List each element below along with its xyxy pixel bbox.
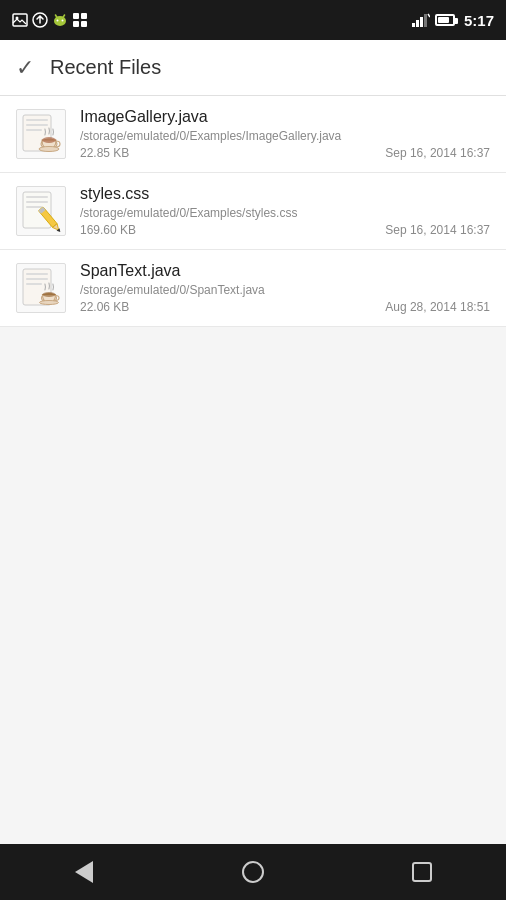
svg-rect-10 (73, 21, 79, 27)
home-icon (242, 861, 264, 883)
svg-rect-8 (73, 13, 79, 19)
svg-rect-13 (416, 20, 419, 27)
svg-point-38 (40, 301, 59, 305)
android-icon (52, 12, 68, 28)
header: ✓ Recent Files (0, 40, 506, 96)
recents-icon (412, 862, 432, 882)
file-path-3: /storage/emulated/0/SpanText.java (80, 283, 490, 297)
svg-rect-14 (420, 17, 423, 27)
status-bar: 5:17 (0, 0, 506, 40)
svg-line-6 (56, 15, 58, 18)
svg-rect-11 (81, 21, 87, 27)
upload-icon (32, 12, 48, 28)
java-file-icon-1 (19, 112, 63, 156)
file-name-1: ImageGallery.java (80, 108, 490, 126)
checkmark-icon[interactable]: ✓ (16, 55, 34, 81)
file-thumbnail-3 (16, 263, 66, 313)
file-size-2: 169.60 KB (80, 223, 136, 237)
file-meta-1: 22.85 KB Sep 16, 2014 16:37 (80, 146, 490, 160)
svg-point-22 (42, 137, 56, 143)
battery-icon (435, 14, 455, 26)
file-meta-3: 22.06 KB Aug 28, 2014 18:51 (80, 300, 490, 314)
image-icon (12, 12, 28, 28)
file-name-3: SpanText.java (80, 262, 490, 280)
svg-point-5 (62, 20, 64, 22)
notification-icons (12, 12, 88, 28)
back-button[interactable] (59, 844, 109, 900)
svg-point-37 (43, 292, 56, 297)
svg-rect-18 (26, 119, 48, 121)
file-item-3[interactable]: SpanText.java /storage/emulated/0/SpanTe… (0, 250, 506, 327)
svg-rect-34 (26, 278, 48, 280)
status-right-icons: 5:17 (412, 12, 494, 29)
svg-rect-33 (26, 273, 48, 275)
page-title: Recent Files (50, 56, 161, 79)
file-path-2: /storage/emulated/0/Examples/styles.css (80, 206, 490, 220)
css-file-icon-2 (19, 189, 63, 233)
status-time: 5:17 (464, 12, 494, 29)
app-icon (72, 12, 88, 28)
file-size-3: 22.06 KB (80, 300, 129, 314)
signal-icon (412, 13, 430, 27)
file-details-3: SpanText.java /storage/emulated/0/SpanTe… (80, 262, 490, 314)
file-item-1[interactable]: ImageGallery.java /storage/emulated/0/Ex… (0, 96, 506, 173)
svg-rect-26 (26, 201, 48, 203)
recents-button[interactable] (397, 844, 447, 900)
navigation-bar (0, 844, 506, 900)
svg-rect-15 (424, 14, 427, 27)
file-name-2: styles.css (80, 185, 490, 203)
file-path-1: /storage/emulated/0/Examples/ImageGaller… (80, 129, 490, 143)
back-icon (75, 861, 93, 883)
file-size-1: 22.85 KB (80, 146, 129, 160)
svg-rect-0 (13, 14, 27, 26)
file-details-2: styles.css /storage/emulated/0/Examples/… (80, 185, 490, 237)
file-date-3: Aug 28, 2014 18:51 (385, 300, 490, 314)
file-date-1: Sep 16, 2014 16:37 (385, 146, 490, 160)
file-date-2: Sep 16, 2014 16:37 (385, 223, 490, 237)
svg-point-3 (54, 16, 66, 26)
file-list-container: ImageGallery.java /storage/emulated/0/Ex… (0, 96, 506, 844)
svg-line-7 (63, 15, 65, 18)
svg-rect-20 (26, 129, 42, 131)
file-meta-2: 169.60 KB Sep 16, 2014 16:37 (80, 223, 490, 237)
svg-rect-35 (26, 283, 42, 285)
java-file-icon-3 (19, 266, 63, 310)
file-details-1: ImageGallery.java /storage/emulated/0/Ex… (80, 108, 490, 160)
svg-point-23 (39, 147, 59, 152)
svg-point-4 (57, 20, 59, 22)
svg-rect-27 (26, 206, 42, 208)
svg-rect-19 (26, 124, 48, 126)
file-item-2[interactable]: styles.css /storage/emulated/0/Examples/… (0, 173, 506, 250)
file-thumbnail-1 (16, 109, 66, 159)
svg-rect-25 (26, 196, 48, 198)
svg-rect-9 (81, 13, 87, 19)
file-thumbnail-2 (16, 186, 66, 236)
svg-rect-12 (412, 23, 415, 27)
home-button[interactable] (228, 844, 278, 900)
svg-line-16 (428, 14, 430, 17)
